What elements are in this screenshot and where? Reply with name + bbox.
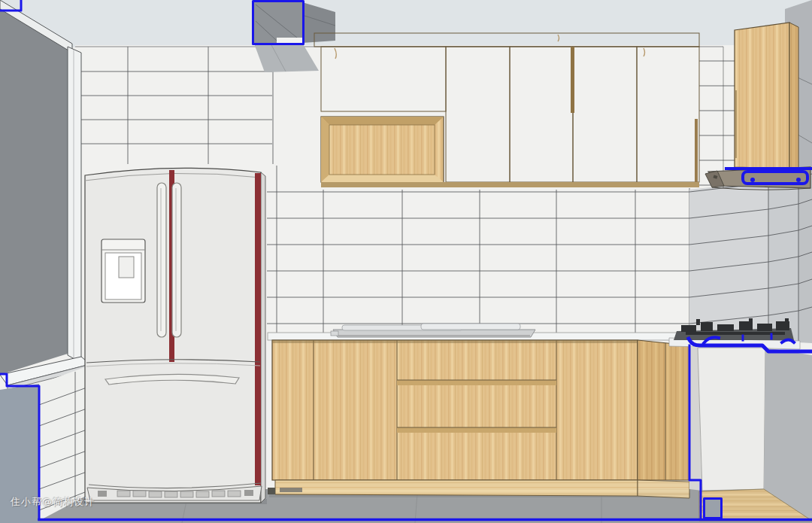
fridge-handle-right[interactable] [172,183,181,337]
base-cabinets[interactable] [268,333,689,498]
door-groove-handle-2 [695,119,698,184]
window-glass [0,5,68,375]
right-corner-wall [689,170,812,343]
kitchen-elevation-canvas [0,0,812,523]
under-counter-bay[interactable] [689,346,812,521]
door-groove-handle [571,47,574,113]
left-wall-region[interactable] [0,366,89,523]
upper-flip-door[interactable] [321,117,444,182]
tall-corner-cabinet[interactable] [723,23,798,188]
water-dispenser[interactable] [102,239,145,303]
refrigerator[interactable] [85,168,265,503]
window[interactable] [0,0,90,390]
design-viewport: 住小帮@简构设计 [0,0,812,523]
bay-step-block [705,500,720,518]
window-frame-right [68,47,81,363]
sink-cover[interactable] [331,324,535,337]
fridge-handle-left[interactable] [157,183,166,337]
ceiling [0,0,812,47]
